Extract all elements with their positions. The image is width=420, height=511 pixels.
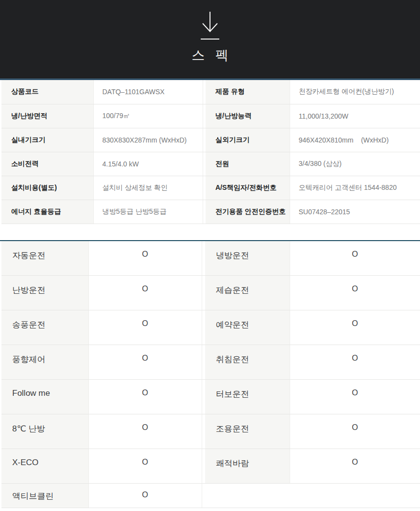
column-gap	[202, 414, 205, 449]
feature-value: O	[290, 414, 420, 449]
feature-table: 자동운전O냉방운전O난방운전O제습운전O송풍운전O예약운전O풍향제어O취침운전O…	[1, 241, 420, 509]
page-title: 스 펙	[188, 48, 232, 63]
feature-row: 8℃ 난방O조용운전O	[1, 414, 420, 449]
feature-label: 풍향제어	[1, 345, 88, 380]
spec-table: 상품코드DATQ–1101GAWSX제품 유형천장카세트형 에어컨(냉난방기)냉…	[1, 80, 420, 224]
feature-label-empty	[205, 484, 290, 508]
spec-row: 냉/난방면적100/79㎡냉/난방능력11,000/13,200W	[1, 104, 420, 128]
down-arrow-icon	[199, 11, 221, 42]
feature-label: 제습운전	[205, 276, 290, 310]
feature-value: O	[88, 414, 202, 449]
feature-label: 조용운전	[205, 414, 290, 449]
feature-value: O	[88, 484, 202, 508]
spec-value: 천장카세트형 에어컨(냉난방기)	[290, 80, 420, 104]
feature-value: O	[290, 276, 420, 310]
feature-value-empty	[290, 484, 420, 508]
feature-label: 터보운전	[205, 380, 290, 414]
feature-value: O	[290, 310, 420, 345]
spec-value: SU07428–22015	[290, 200, 420, 224]
feature-label: 예약운전	[205, 310, 290, 345]
feature-label: 송풍운전	[1, 310, 88, 345]
spec-label: A/S책임자/전화번호	[206, 176, 290, 200]
feature-label: 자동운전	[1, 241, 88, 276]
feature-row: Follow meO터보운전O	[1, 380, 420, 414]
column-gap	[202, 449, 205, 484]
feature-row: 액티브클린O	[1, 484, 420, 508]
feature-row: X-ECOO쾌적바람O	[1, 449, 420, 484]
feature-label: 냉방운전	[205, 241, 290, 276]
spec-value: 946X420X810mm (WxHxD)	[290, 128, 420, 152]
spec-label: 냉/난방능력	[206, 104, 290, 128]
spec-label: 상품코드	[1, 80, 93, 104]
spec-label: 설치비용(별도)	[1, 176, 93, 200]
feature-label: 액티브클린	[1, 484, 88, 508]
feature-value: O	[88, 449, 202, 484]
column-gap	[202, 345, 205, 380]
spec-value: 냉방5등급 난방5등급	[93, 200, 203, 224]
spec-label: 제품 유형	[206, 80, 290, 104]
feature-row: 자동운전O냉방운전O	[1, 241, 420, 276]
feature-label: Follow me	[1, 380, 88, 414]
feature-value: O	[88, 241, 202, 276]
spec-label: 전원	[206, 152, 290, 176]
spec-value: 11,000/13,200W	[290, 104, 420, 128]
feature-label: X-ECO	[1, 449, 88, 484]
spec-row: 소비전력4.15/4.0 kW전원3/4/380 (삼상)	[1, 152, 420, 176]
feature-value: O	[88, 276, 202, 310]
spec-value: 설치비 상세정보 확인	[93, 176, 203, 200]
column-gap	[202, 276, 205, 310]
feature-value: O	[290, 380, 420, 414]
feature-row: 풍향제어O취침운전O	[1, 345, 420, 380]
spec-value: 오텍캐리어 고객센터 1544-8820	[290, 176, 420, 200]
column-gap	[202, 310, 205, 345]
spec-row: 에너지 효율등급냉방5등급 난방5등급전기용품 안전인증번호SU07428–22…	[1, 200, 420, 224]
spec-label: 에너지 효율등급	[1, 200, 93, 224]
spec-value: DATQ–1101GAWSX	[93, 80, 203, 104]
feature-value: O	[290, 241, 420, 276]
table-spacer	[0, 224, 420, 240]
spec-label: 냉/난방면적	[1, 104, 93, 128]
spec-row: 설치비용(별도)설치비 상세정보 확인A/S책임자/전화번호오텍캐리어 고객센터…	[1, 176, 420, 200]
feature-label: 8℃ 난방	[1, 414, 88, 449]
column-gap	[202, 484, 205, 508]
feature-value: O	[88, 345, 202, 380]
spec-value: 830X830X287mm (WxHxD)	[93, 128, 203, 152]
spec-label: 소비전력	[1, 152, 93, 176]
feature-value: O	[88, 310, 202, 345]
spec-value: 100/79㎡	[93, 104, 203, 128]
spec-section-header: 스 펙	[0, 0, 420, 79]
spec-row: 상품코드DATQ–1101GAWSX제품 유형천장카세트형 에어컨(냉난방기)	[1, 80, 420, 104]
feature-label: 난방운전	[1, 276, 88, 310]
feature-row: 송풍운전O예약운전O	[1, 310, 420, 345]
feature-value: O	[290, 449, 420, 484]
spec-value: 3/4/380 (삼상)	[290, 152, 420, 176]
spec-value: 4.15/4.0 kW	[93, 152, 203, 176]
column-gap	[202, 241, 205, 276]
feature-label: 취침운전	[205, 345, 290, 380]
spec-label: 실외기크기	[206, 128, 290, 152]
spec-label: 실내기크기	[1, 128, 93, 152]
feature-value: O	[290, 345, 420, 380]
spec-row: 실내기크기830X830X287mm (WxHxD)실외기크기946X420X8…	[1, 128, 420, 152]
feature-row: 난방운전O제습운전O	[1, 276, 420, 310]
feature-value: O	[88, 380, 202, 414]
feature-label: 쾌적바람	[205, 449, 290, 484]
spec-label: 전기용품 안전인증번호	[206, 200, 290, 224]
column-gap	[202, 380, 205, 414]
